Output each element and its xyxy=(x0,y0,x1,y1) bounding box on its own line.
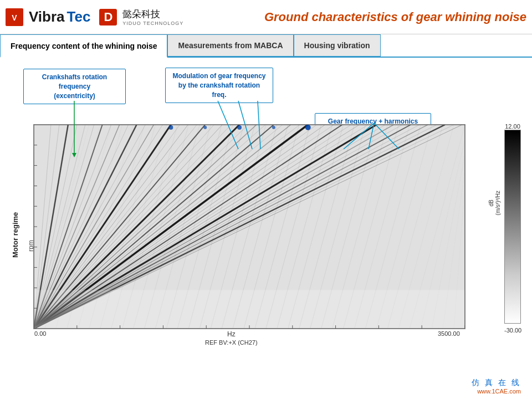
svg-point-125 xyxy=(237,125,242,130)
svg-point-127 xyxy=(305,125,311,130)
partner-cn-text: 懿朵科技 xyxy=(122,8,183,21)
x-unit-label: Hz xyxy=(227,330,236,338)
x-tick-right: 3500.00 xyxy=(438,330,460,337)
header: V VibraTec D 懿朵科技 YIDUO TECHNOLOGY Groun… xyxy=(0,0,532,34)
partner-en-text: YIDUO TECHNOLOGY xyxy=(122,21,183,26)
spectrogram-svg xyxy=(34,125,465,329)
colorscale-bottom-label: -30.00 xyxy=(504,327,521,334)
brand-url-text: www.1CAE.com xyxy=(472,388,521,395)
svg-text:V: V xyxy=(12,13,17,22)
annotation-modulation: Modulation of gear frequency by the cran… xyxy=(165,68,273,103)
x-tick-left: 0.00 xyxy=(34,330,46,337)
spectrogram-canvas xyxy=(33,124,466,329)
svg-point-124 xyxy=(203,126,207,129)
colorscale-bar xyxy=(504,130,521,324)
vibratec-logo: V VibraTec xyxy=(6,8,90,26)
logo-icon: V xyxy=(6,8,23,26)
tab-housing-vibration[interactable]: Housing vibration xyxy=(294,34,381,57)
bottom-branding: 仿 真 在 线 www.1CAE.com xyxy=(472,378,521,395)
svg-point-123 xyxy=(168,125,173,130)
content-area: Crankshafts rotation frequency (excentri… xyxy=(0,58,532,399)
main-title: Ground characteristics of gear whining n… xyxy=(264,10,526,24)
tab-frequency-content[interactable]: Frequency content of the whining noise xyxy=(0,34,167,58)
spectrogram-chart xyxy=(33,124,466,329)
y-axis-motor-label: Motor regime xyxy=(7,180,23,290)
partner-logo: D 懿朵科技 YIDUO TECHNOLOGY xyxy=(99,8,183,26)
partner-box-icon: D xyxy=(99,9,117,25)
svg-point-126 xyxy=(272,126,275,129)
svg-rect-99 xyxy=(34,290,465,329)
tab-measurements[interactable]: Measurements from MABCA xyxy=(167,34,293,57)
colorscale-top-label: 12.00 xyxy=(504,123,521,130)
color-scale xyxy=(504,130,521,324)
ref-label: REF BV:+X (CH27) xyxy=(205,339,258,346)
tab-bar: Frequency content of the whining noise M… xyxy=(0,34,532,58)
brand-cn-text: 仿 真 在 线 xyxy=(472,378,521,388)
logo-tec-text: Tec xyxy=(67,8,91,25)
colorscale-unit-label: dB (m/s²)²/Hz xyxy=(488,191,502,215)
logo-vibra-text: Vibra xyxy=(29,8,65,25)
annotation-crankshaft: Crankshafts rotation frequency (excentri… xyxy=(23,69,126,104)
